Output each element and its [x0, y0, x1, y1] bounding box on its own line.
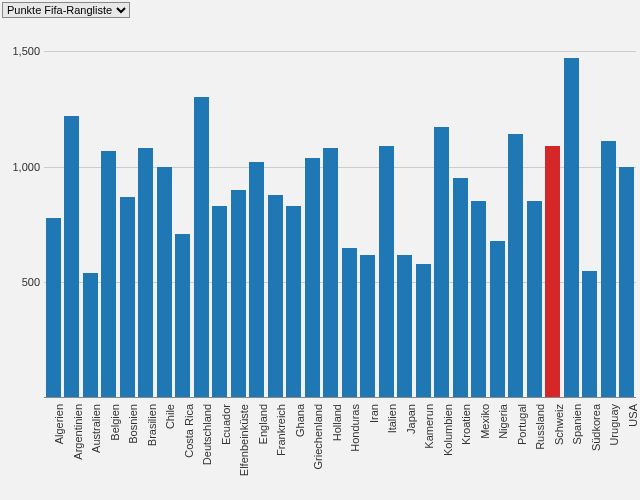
y-tick-label: 1,500 [0, 45, 40, 57]
bar [83, 273, 98, 398]
y-tick-label: 500 [0, 276, 40, 288]
bar [157, 167, 172, 398]
bar-slot [174, 28, 193, 398]
bars-container [44, 28, 636, 398]
x-slot: Griechenland [303, 400, 322, 500]
x-slot: Russland [525, 400, 544, 500]
bar [323, 148, 338, 398]
x-slot: Portugal [507, 400, 526, 500]
bar [508, 134, 523, 398]
x-slot: Frankreich [266, 400, 285, 500]
x-slot: Iran [359, 400, 378, 500]
bar [231, 190, 246, 398]
bar-slot [544, 28, 563, 398]
plot-area [44, 28, 636, 398]
x-slot: Kroatien [451, 400, 470, 500]
bar [194, 97, 209, 398]
bar [138, 148, 153, 398]
x-slot: Südkorea [581, 400, 600, 500]
x-axis: AlgerienArgentinienAustralienBelgienBosn… [44, 400, 636, 500]
bar [101, 151, 116, 398]
x-slot: Japan [396, 400, 415, 500]
x-baseline [44, 397, 636, 398]
x-slot: Chile [155, 400, 174, 500]
x-slot: USA [618, 400, 637, 500]
bar [490, 241, 505, 398]
bar [434, 127, 449, 398]
bar [471, 201, 486, 398]
bar [416, 264, 431, 398]
x-slot: Algerien [44, 400, 63, 500]
x-slot: Honduras [340, 400, 359, 500]
bar-slot [248, 28, 267, 398]
bar [527, 201, 542, 398]
x-slot: England [248, 400, 267, 500]
y-tick-label: 1,000 [0, 161, 40, 173]
bar [453, 178, 468, 398]
bar-slot [562, 28, 581, 398]
x-slot: Deutschland [192, 400, 211, 500]
bar-slot [488, 28, 507, 398]
bar-slot [44, 28, 63, 398]
x-slot: Italien [377, 400, 396, 500]
x-slot: Mexiko [470, 400, 489, 500]
bar [120, 197, 135, 398]
bar-slot [63, 28, 82, 398]
bar [601, 141, 616, 398]
bar-slot [599, 28, 618, 398]
bar [619, 167, 634, 398]
x-slot: Uruguay [599, 400, 618, 500]
bar [268, 195, 283, 399]
bar-slot [433, 28, 452, 398]
bar [64, 116, 79, 398]
bar-slot [581, 28, 600, 398]
bar [564, 58, 579, 398]
bar-slot [322, 28, 341, 398]
bar [582, 271, 597, 398]
x-slot: Costa Rica [174, 400, 193, 500]
bar-chart: 5001,0001,500 AlgerienArgentinienAustral… [0, 28, 640, 500]
bar-slot [303, 28, 322, 398]
x-slot: Elfenbeinküste [229, 400, 248, 500]
bar-slot [451, 28, 470, 398]
bar [342, 248, 357, 398]
bar [305, 158, 320, 399]
bar-slot [396, 28, 415, 398]
bar [545, 146, 560, 398]
x-slot: Nigeria [488, 400, 507, 500]
bar [175, 234, 190, 398]
bar [249, 162, 264, 398]
x-slot: Belgien [100, 400, 119, 500]
bar-slot [81, 28, 100, 398]
metric-selector[interactable]: Punkte Fifa-Rangliste [2, 2, 130, 18]
x-slot: Holland [322, 400, 341, 500]
x-slot: Spanien [562, 400, 581, 500]
x-slot: Argentinien [63, 400, 82, 500]
bar [360, 255, 375, 398]
bar [212, 206, 227, 398]
x-slot: Schweiz [544, 400, 563, 500]
bar-slot [285, 28, 304, 398]
bar [46, 218, 61, 398]
y-axis: 5001,0001,500 [0, 28, 42, 398]
x-tick-label: USA [627, 404, 639, 427]
bar-slot [507, 28, 526, 398]
bar [286, 206, 301, 398]
bar-slot [137, 28, 156, 398]
bar-slot [618, 28, 637, 398]
bar-slot [192, 28, 211, 398]
bar-slot [340, 28, 359, 398]
bar [379, 146, 394, 398]
bar-slot [100, 28, 119, 398]
bar-slot [211, 28, 230, 398]
x-slot: Ghana [285, 400, 304, 500]
x-slot: Kolumbien [433, 400, 452, 500]
bar-slot [266, 28, 285, 398]
x-slot: Australien [81, 400, 100, 500]
x-slot: Bosnien [118, 400, 137, 500]
x-slot: Brasilien [137, 400, 156, 500]
bar [397, 255, 412, 398]
x-slot: Ecuador [211, 400, 230, 500]
bar-slot [470, 28, 489, 398]
x-slot: Kamerun [414, 400, 433, 500]
